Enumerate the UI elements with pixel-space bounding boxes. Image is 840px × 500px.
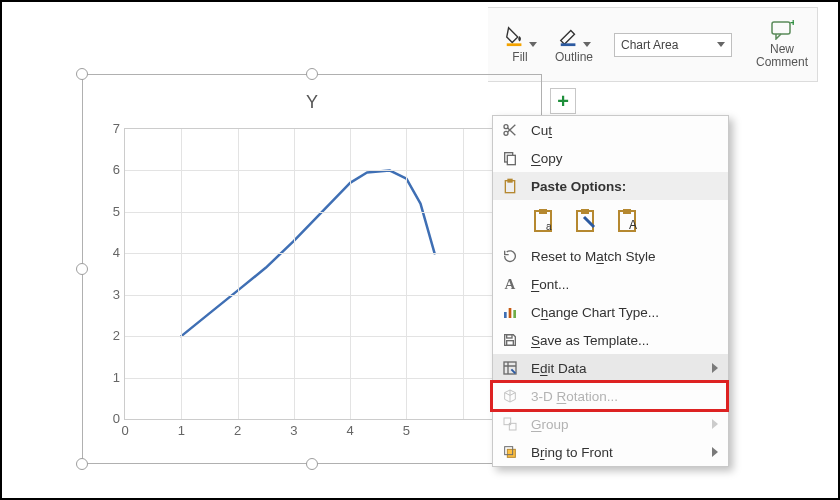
menu-item-edit-data[interactable]: Edit Data	[493, 354, 728, 382]
menu-item-copy[interactable]: Copy	[493, 144, 728, 172]
plot-area[interactable]: 012345	[124, 128, 520, 420]
gridline-h	[125, 170, 519, 171]
menu-item-save-template[interactable]: Save as Template...	[493, 326, 728, 354]
cube-icon	[502, 388, 518, 404]
menu-item-reset-style[interactable]: Reset to Match Style	[493, 242, 728, 270]
menu-label-reset-style: Reset to Match Style	[531, 249, 656, 264]
chart-title[interactable]: Y	[94, 92, 530, 113]
x-tick-label: 5	[403, 423, 410, 438]
menu-label-cut: Cut	[531, 123, 552, 138]
svg-text:a: a	[546, 221, 552, 232]
group-icon	[502, 416, 518, 432]
svg-rect-18	[504, 312, 507, 318]
x-tick-label: 3	[290, 423, 297, 438]
menu-label-paste-options: Paste Options:	[531, 179, 626, 194]
submenu-arrow-icon	[712, 363, 718, 373]
svg-point-4	[504, 125, 508, 129]
svg-text:A: A	[629, 218, 637, 232]
ribbon-format-chunk: Fill Outline Chart Area +	[488, 7, 818, 82]
new-comment-button[interactable]: + New Comment	[748, 18, 816, 71]
x-tick-label: 4	[347, 423, 354, 438]
submenu-arrow-icon	[712, 419, 718, 429]
gridline-v	[463, 129, 464, 419]
save-icon	[502, 332, 518, 348]
outline-button[interactable]: Outline	[550, 23, 598, 66]
gridline-v	[350, 129, 351, 419]
svg-point-5	[504, 131, 508, 135]
resize-handle-w[interactable]	[76, 263, 88, 275]
gridline-v	[406, 129, 407, 419]
menu-label-font: Font...	[531, 277, 569, 292]
gridline-v	[181, 129, 182, 419]
paste-option-keep-source[interactable]: a	[531, 206, 559, 234]
y-tick-label: 6	[96, 162, 120, 177]
chart-line-series	[125, 129, 519, 419]
plus-icon: +	[557, 90, 569, 113]
context-menu: Cut Copy Paste Options: a A Reset to Mat…	[492, 115, 729, 467]
chart-object[interactable]: Y 012345 01234567	[82, 74, 542, 464]
svg-text:+: +	[790, 20, 794, 28]
chart-element-selector[interactable]: Chart Area	[614, 33, 732, 57]
gridline-v	[238, 129, 239, 419]
fill-icon	[504, 25, 526, 47]
menu-label-bring-to-front: Bring to Front	[531, 445, 613, 460]
outline-label: Outline	[555, 50, 593, 64]
paste-option-text-only[interactable]: A	[615, 206, 643, 234]
copy-icon	[502, 150, 518, 166]
scissors-icon	[502, 122, 518, 138]
svg-rect-9	[508, 179, 512, 182]
clipboard-icon	[502, 178, 518, 194]
menu-item-change-chart-type[interactable]: Change Chart Type...	[493, 298, 728, 326]
gridline-h	[125, 336, 519, 337]
y-tick-label: 4	[96, 245, 120, 260]
resize-handle-sw[interactable]	[76, 458, 88, 470]
menu-item-3d-rotation: 3-D Rotation...	[493, 382, 728, 410]
svg-rect-20	[513, 310, 516, 318]
svg-rect-22	[507, 341, 514, 346]
gridline-v	[294, 129, 295, 419]
svg-rect-2	[772, 22, 790, 34]
y-tick-label: 1	[96, 369, 120, 384]
menu-label-change-chart-type: Change Chart Type...	[531, 305, 659, 320]
resize-handle-nw[interactable]	[76, 68, 88, 80]
svg-rect-25	[509, 423, 516, 430]
menu-label-save-template: Save as Template...	[531, 333, 649, 348]
fill-button[interactable]: Fill	[496, 23, 544, 66]
x-tick-label: 1	[178, 423, 185, 438]
new-comment-label-2: Comment	[756, 55, 808, 69]
fill-label: Fill	[512, 50, 527, 64]
svg-rect-21	[507, 335, 512, 338]
menu-item-font[interactable]: A Font...	[493, 270, 728, 298]
svg-rect-24	[504, 418, 511, 425]
y-tick-label: 7	[96, 121, 120, 136]
paste-option-destination-theme[interactable]	[573, 206, 601, 234]
chart-elements-plus-button[interactable]: +	[550, 88, 576, 114]
edit-data-icon	[502, 360, 518, 376]
gridline-h	[125, 295, 519, 296]
reset-icon	[502, 248, 518, 264]
svg-rect-16	[623, 209, 631, 214]
menu-label-group: Group	[531, 417, 569, 432]
x-tick-label: 0	[121, 423, 128, 438]
paste-options-row: a A	[493, 200, 728, 242]
gridline-h	[125, 212, 519, 213]
menu-item-bring-to-front[interactable]: Bring to Front	[493, 438, 728, 466]
resize-handle-n[interactable]	[306, 68, 318, 80]
comment-icon: +	[770, 20, 794, 40]
resize-handle-s[interactable]	[306, 458, 318, 470]
y-tick-label: 3	[96, 286, 120, 301]
chart-type-icon	[502, 304, 518, 320]
gridline-h	[125, 253, 519, 254]
chart-element-value: Chart Area	[621, 38, 678, 52]
menu-header-paste-options: Paste Options:	[493, 172, 728, 200]
svg-rect-26	[507, 449, 515, 457]
font-icon: A	[505, 276, 516, 293]
svg-rect-11	[539, 209, 547, 214]
new-comment-label-1: New	[770, 42, 794, 56]
svg-rect-1	[560, 43, 575, 46]
svg-rect-7	[507, 155, 515, 164]
svg-rect-14	[581, 209, 589, 214]
y-tick-label: 5	[96, 203, 120, 218]
menu-item-cut[interactable]: Cut	[493, 116, 728, 144]
x-tick-label: 2	[234, 423, 241, 438]
